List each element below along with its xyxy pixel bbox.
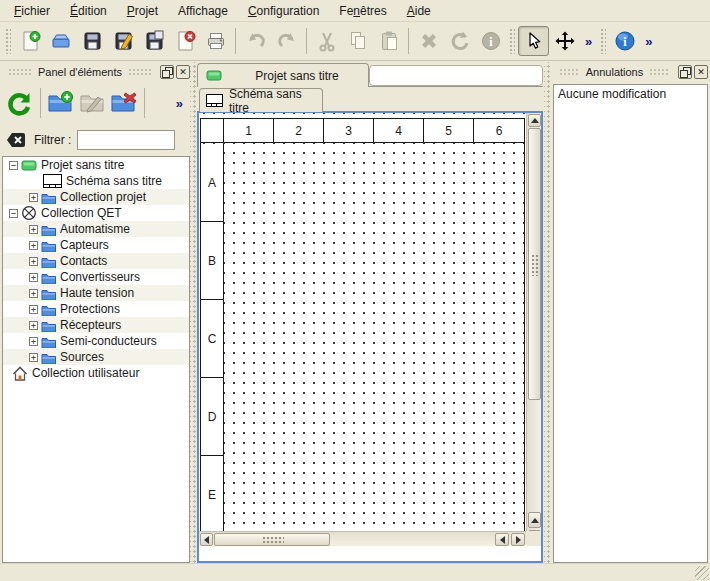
annotations-titlebar: Annulations ✕ [553,62,708,82]
close-icon[interactable]: ✕ [176,65,190,79]
filter-label: Filtrer : [34,133,71,147]
collapse-icon[interactable]: − [9,161,18,170]
tree-item-collection-projet[interactable]: +Collection projet [3,189,189,205]
tree-item-protections[interactable]: +Protections [3,301,189,317]
new-document-button[interactable] [14,26,45,56]
horizontal-scrollbar[interactable] [199,531,526,546]
menu-fichier[interactable]: Fichier [4,1,60,21]
frame-corner-cell [201,119,224,142]
close-icon[interactable]: ✕ [694,65,708,79]
menu-affichage[interactable]: Affichage [168,1,238,21]
menu-fentres[interactable]: Fenêtres [329,1,396,21]
tree-item-collection-utilisateur[interactable]: Collection utilisateur [3,365,189,381]
left-splitter[interactable] [190,62,197,563]
open-button[interactable] [45,26,76,56]
tree-item-contacts[interactable]: +Contacts [3,253,189,269]
pan-mode-button[interactable] [549,26,580,56]
printer-icon [205,30,227,52]
save-all-button[interactable] [138,26,169,56]
menu-aide[interactable]: Aide [397,1,441,21]
cut-button [311,26,342,56]
expand-icon[interactable]: + [29,257,38,266]
print-button[interactable] [200,26,231,56]
clipboard-icon [378,30,400,52]
save-button[interactable] [76,26,107,56]
expand-icon[interactable]: + [29,321,38,330]
toolbar-overflow-button[interactable]: » [640,34,657,49]
toolbar-handle-icon[interactable] [5,28,11,54]
expand-icon[interactable]: + [29,225,38,234]
tree-item-projet-sans-titre[interactable]: −Projet sans titre [3,157,189,173]
horizontal-scrollbar-thumb[interactable] [214,533,330,546]
menu-projet[interactable]: Projet [117,1,168,21]
scrollbar-corner [526,531,541,546]
toolbar-separator [306,28,307,54]
filter-input[interactable] [77,130,175,150]
paste-button [373,26,404,56]
schema-icon [206,94,223,107]
dock-handle-icon[interactable] [128,68,152,76]
tab-schema[interactable]: Schéma sans titre [199,88,323,112]
close-document-button[interactable] [169,26,200,56]
resize-grip-icon[interactable] [695,566,709,580]
tree-item-semi-conducteurs[interactable]: +Semi-conducteurs [3,333,189,349]
dock-handle-icon[interactable] [559,68,580,76]
vertical-scrollbar[interactable] [526,113,541,546]
tree-item-sch-ma-sans-titre[interactable]: Schéma sans titre [3,173,189,189]
main-toolbar: i»i» [0,22,710,61]
tabbar-empty-area [369,65,543,86]
diagram-canvas[interactable]: 123456 ABCDE [199,113,526,546]
scroll-up-icon[interactable] [528,512,541,528]
rotate-arrow-icon [449,30,471,52]
tree-item-automatisme[interactable]: +Automatisme [3,221,189,237]
folder-icon [41,303,56,316]
delete-button [413,26,444,56]
vertical-scrollbar-thumb[interactable] [528,128,541,400]
scroll-right-icon[interactable] [511,533,525,546]
dock-handle-icon[interactable] [8,68,32,76]
clear-filter-icon[interactable] [6,132,26,148]
reload-collections-button[interactable] [4,86,36,120]
expand-icon[interactable]: + [29,337,38,346]
menu-dition[interactable]: Édition [60,1,117,21]
expand-icon[interactable]: + [29,241,38,250]
scroll-left-icon[interactable] [495,533,509,546]
tree-item-r-cepteurs[interactable]: +Récepteurs [3,317,189,333]
tree-item-collection-qet[interactable]: −Collection QET [3,205,189,221]
float-icon[interactable] [160,65,174,79]
element-panel-title: Panel d'éléments [38,66,122,78]
right-splitter[interactable] [544,62,551,563]
expand-icon[interactable]: + [29,305,38,314]
diagram-info-button[interactable]: i [609,26,640,56]
tree-item-capteurs[interactable]: +Capteurs [3,237,189,253]
toolbar-separator [408,28,409,54]
scroll-up-icon[interactable] [528,114,541,127]
element-panel-toolbar: » [4,84,188,122]
panel-overflow-button[interactable]: » [171,96,188,111]
undo-history-list[interactable]: Aucune modification [553,84,708,563]
float-icon[interactable] [678,65,692,79]
copy-button [342,26,373,56]
expand-icon[interactable]: + [29,353,38,362]
menu-configuration[interactable]: Configuration [238,1,329,21]
delete-category-button[interactable] [108,86,140,120]
tree-item-sources[interactable]: +Sources [3,349,189,365]
dock-handle-icon[interactable] [649,68,670,76]
toolbar-handle-icon[interactable] [600,28,606,54]
tree-item-convertisseurs[interactable]: +Convertisseurs [3,269,189,285]
expand-icon[interactable]: + [29,193,38,202]
floppy-icon [81,30,103,52]
scroll-left-icon[interactable] [200,533,213,546]
tree-item-label: Automatisme [60,222,130,236]
tree-item-haute-tension[interactable]: +Haute tension [3,285,189,301]
expand-icon[interactable]: + [29,273,38,282]
edit-category-button [76,86,108,120]
toolbar-overflow-button[interactable]: » [580,34,597,49]
selection-mode-button[interactable] [518,26,549,56]
collapse-icon[interactable]: − [9,209,18,218]
tab-project[interactable]: Projet sans titre [197,63,369,87]
toolbar-handle-icon[interactable] [509,28,515,54]
expand-icon[interactable]: + [29,289,38,298]
new-category-button[interactable] [45,86,77,120]
save-as-button[interactable] [107,26,138,56]
